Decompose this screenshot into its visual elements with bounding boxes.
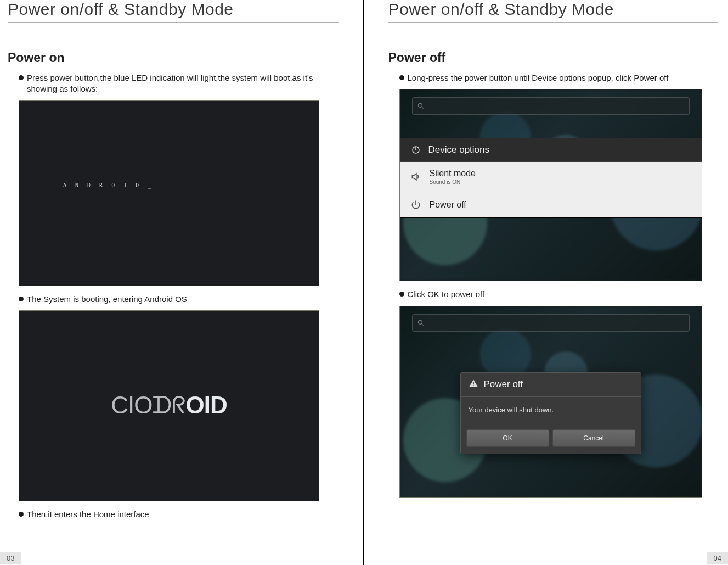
main-title-right: Power on/off & Standby Mode (388, 0, 719, 23)
power-icon (410, 199, 422, 211)
svg-rect-7 (473, 385, 474, 386)
bullet-text: Then,it enters the Home interface (27, 509, 149, 520)
power-off-item[interactable]: Power off (400, 192, 702, 217)
search-bar[interactable] (412, 314, 690, 332)
screenshot-boot: A N D R O I D _ (19, 100, 319, 286)
bullet-icon (399, 292, 404, 297)
android-logo: CIOᗪᖇOID (111, 391, 227, 419)
sound-icon (410, 171, 422, 183)
silent-mode-text-group: Silent mode Sound is ON (430, 169, 476, 185)
bullet-icon (19, 75, 24, 80)
bullet-press-power: Press power button,the blue LED indicati… (19, 72, 339, 95)
device-options-popup: Device options Silent mode Sound is ON P… (400, 138, 702, 218)
search-icon (417, 102, 425, 110)
page-number-right: 04 (707, 552, 728, 564)
bullet-text: Long-press the power button until Device… (408, 72, 669, 83)
poweroff-dialog: Power off Your device will shut down. OK… (460, 372, 641, 454)
device-options-header: Device options (400, 138, 702, 162)
bullet-icon (19, 512, 24, 517)
power-icon (410, 144, 422, 156)
cancel-button[interactable]: Cancel (552, 429, 635, 447)
svg-point-0 (418, 104, 422, 108)
boot-text: A N D R O I D _ (63, 182, 154, 188)
search-icon (417, 319, 425, 327)
bullet-text: Press power button,the blue LED indicati… (27, 72, 339, 95)
silent-mode-item[interactable]: Silent mode Sound is ON (400, 162, 702, 192)
sub-title-power-off: Power off (388, 51, 719, 68)
svg-line-5 (421, 323, 423, 325)
main-title-left: Power on/off & Standby Mode (8, 0, 339, 23)
svg-line-1 (421, 107, 423, 109)
screenshot-device-options: Device options Silent mode Sound is ON P… (399, 89, 702, 281)
bullet-text: The System is booting, entering Android … (27, 294, 187, 305)
dialog-header: Power off (461, 373, 641, 397)
sub-title-power-on: Power on (8, 51, 339, 68)
bullet-click-ok: Click OK to power off (399, 289, 719, 300)
silent-mode-title: Silent mode (430, 169, 476, 178)
dialog-button-row: OK Cancel (461, 425, 641, 454)
bullet-text: Click OK to power off (408, 289, 485, 300)
search-bar[interactable] (412, 97, 690, 115)
screenshot-poweroff-dialog: Power off Your device will shut down. OK… (399, 306, 702, 498)
dialog-body: Your device will shut down. (461, 397, 641, 425)
page-number-left: 03 (0, 552, 21, 564)
silent-mode-sub: Sound is ON (430, 179, 476, 185)
ok-button[interactable]: OK (466, 429, 549, 447)
page-03: Power on/off & Standby Mode Power on Pre… (0, 0, 364, 565)
bullet-icon (399, 75, 404, 80)
page-04: Power on/off & Standby Mode Power off Lo… (364, 0, 729, 565)
device-options-title: Device options (428, 144, 490, 155)
screenshot-android-logo: CIOᗪᖇOID (19, 310, 319, 501)
bullet-icon (19, 297, 24, 301)
bullet-longpress: Long-press the power button until Device… (399, 72, 719, 83)
svg-point-4 (418, 320, 422, 324)
warning-icon (469, 378, 478, 391)
bullet-booting: The System is booting, entering Android … (19, 294, 339, 305)
svg-rect-6 (473, 382, 474, 384)
power-off-label: Power off (430, 200, 466, 210)
dialog-title: Power off (484, 379, 523, 390)
bullet-home-interface: Then,it enters the Home interface (19, 509, 339, 520)
